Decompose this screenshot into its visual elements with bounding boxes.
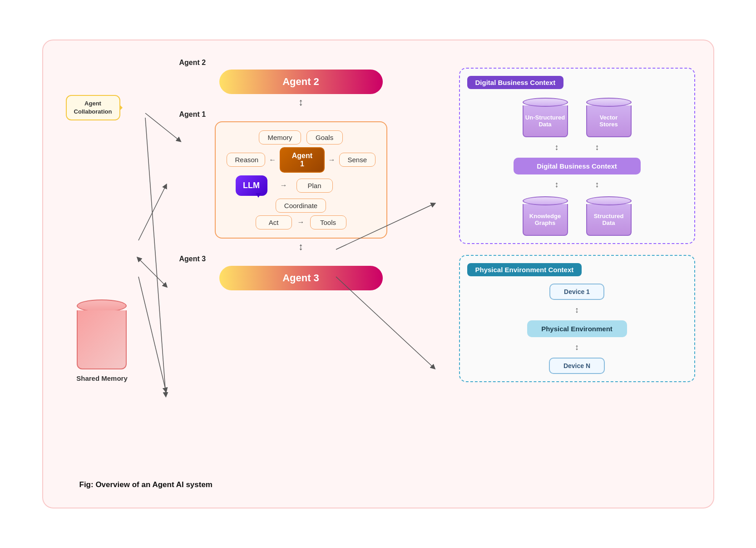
cylinder-body bbox=[77, 310, 127, 369]
sd-body: Structured Data bbox=[586, 204, 632, 236]
agent2-label: Agent 2 bbox=[282, 76, 319, 88]
tools-box: Tools bbox=[310, 215, 346, 229]
act-box: Act bbox=[256, 215, 292, 229]
digital-top-row: Un-Structured Data Vector Stores bbox=[523, 96, 632, 137]
physical-context-title: Physical Environment Context bbox=[467, 263, 582, 276]
agent1-center-box: Agent 1 bbox=[280, 147, 324, 173]
digital-context-bar: Digital Business Context bbox=[514, 158, 641, 174]
device1-box: Device 1 bbox=[549, 284, 604, 300]
context-column: Digital Business Context Un-Structured D… bbox=[459, 59, 695, 382]
shared-memory-label: Shared Memory bbox=[76, 374, 128, 383]
unstructured-arrow: ↕ bbox=[555, 143, 559, 152]
sense-box: Sense bbox=[339, 153, 376, 167]
agent-collaboration-bubble: Agent Collaboration bbox=[66, 95, 120, 120]
right-arrow-icon: → bbox=[328, 156, 336, 164]
structured-data-cylinder: Structured Data bbox=[586, 195, 632, 236]
agent1-center-label: Agent 1 bbox=[292, 152, 312, 168]
kg-label: Knowledge Graphs bbox=[528, 211, 563, 228]
llm-label: LLM bbox=[243, 181, 260, 190]
agent3-section: Agent 3 Agent 3 bbox=[152, 255, 450, 290]
agent1-row-act-tools: Act → Tools bbox=[227, 215, 376, 229]
agent1-agent3-arrow: ↕ bbox=[298, 242, 303, 251]
memory-box: Memory bbox=[259, 130, 301, 144]
agent1-container: Memory Goals Reason ← Agent 1 → Sense bbox=[215, 121, 387, 239]
physical-inner: Device 1 ↕ Physical Environment ↕ Device… bbox=[467, 284, 687, 374]
digital-bottom-row: Knowledge Graphs Structured Data bbox=[523, 195, 632, 236]
kg-top bbox=[523, 196, 568, 205]
digital-top-arrows: ↕ ↕ bbox=[555, 143, 599, 152]
coordinate-box: Coordinate bbox=[276, 199, 326, 213]
physical-context-box: Physical Environment Context Device 1 ↕ … bbox=[459, 255, 695, 382]
vector-stores-body: Vector Stores bbox=[586, 105, 632, 137]
agent-collab-label: Agent Collaboration bbox=[74, 100, 112, 115]
left-arrow-icon: ← bbox=[269, 156, 276, 164]
agent1-row-reason-agent-sense: Reason ← Agent 1 → Sense bbox=[227, 147, 376, 173]
sd-label: Structured Data bbox=[592, 211, 626, 228]
vector-stores-top bbox=[586, 98, 632, 107]
deviceN-box: Device N bbox=[549, 358, 605, 374]
diagram-area: Agent Collaboration Shared Memory Agent … bbox=[61, 59, 695, 468]
llm-box: LLM bbox=[236, 175, 267, 196]
phys-env-box: Physical Environment bbox=[527, 320, 627, 337]
agent3-section-label: Agent 3 bbox=[179, 255, 206, 263]
agent1-row-coordinate: Coordinate bbox=[227, 199, 376, 213]
vector-stores-label: Vector Stores bbox=[598, 112, 619, 130]
phys-deviceN-arrow: ↕ bbox=[575, 343, 579, 352]
agent1-row-memory-goals: Memory Goals bbox=[227, 130, 376, 144]
unstructured-body: Un-Structured Data bbox=[523, 105, 568, 137]
agent2-box: Agent 2 bbox=[219, 70, 383, 94]
agent2-section-label: Agent 2 bbox=[179, 59, 206, 67]
plan-box: Plan bbox=[296, 179, 333, 193]
digital-context-title: Digital Business Context bbox=[467, 76, 564, 89]
agent2-agent1-arrow: ↕ bbox=[298, 98, 303, 107]
reason-box: Reason bbox=[227, 153, 266, 167]
agent1-section-label: Agent 1 bbox=[179, 110, 206, 119]
plan-arrow-icon: → bbox=[280, 181, 287, 189]
sd-top bbox=[586, 196, 632, 205]
kg-arrow: ↕ bbox=[555, 180, 559, 189]
unstructured-cylinder: Un-Structured Data bbox=[523, 96, 568, 137]
vector-arrow: ↕ bbox=[595, 143, 599, 152]
figure-caption: Fig: Overview of an Agent AI system bbox=[61, 480, 695, 489]
sd-arrow: ↕ bbox=[595, 180, 599, 189]
vector-stores-cylinder: Vector Stores bbox=[586, 96, 632, 137]
agent2-section: Agent 2 Agent 2 bbox=[152, 59, 450, 94]
unstructured-label: Un-Structured Data bbox=[524, 112, 567, 130]
digital-inner: Un-Structured Data Vector Stores ↕ bbox=[467, 96, 687, 236]
goals-box: Goals bbox=[306, 130, 343, 144]
unstructured-top bbox=[523, 98, 568, 107]
knowledge-graphs-cylinder: Knowledge Graphs bbox=[523, 195, 568, 236]
digital-bottom-arrows: ↕ ↕ bbox=[555, 180, 599, 189]
agent1-row-llm-plan: LLM → Plan bbox=[227, 175, 376, 196]
digital-context-box: Digital Business Context Un-Structured D… bbox=[459, 68, 695, 244]
kg-body: Knowledge Graphs bbox=[523, 204, 568, 236]
shared-memory-column: Agent Collaboration Shared Memory bbox=[61, 59, 143, 468]
agent3-box: Agent 3 bbox=[219, 266, 383, 290]
agents-column: Agent 2 Agent 2 ↕ Agent 1 M bbox=[143, 59, 459, 468]
shared-memory-cylinder: Shared Memory bbox=[76, 298, 128, 383]
agent1-section: Agent 1 Memory Goals Reason ← bbox=[152, 110, 450, 239]
diagram-container: Agent Collaboration Shared Memory Agent … bbox=[42, 40, 714, 508]
agent3-label: Agent 3 bbox=[282, 272, 319, 284]
device1-phys-arrow: ↕ bbox=[575, 305, 579, 315]
tools-arrow-icon: → bbox=[297, 218, 305, 226]
